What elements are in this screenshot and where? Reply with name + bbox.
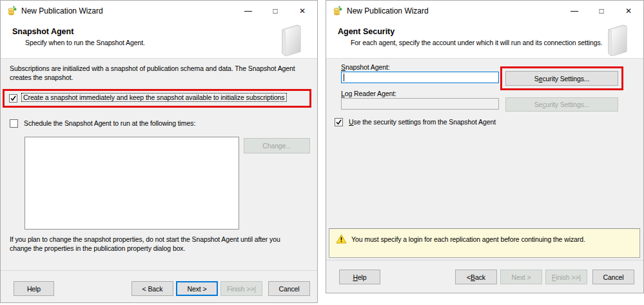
schedule-snapshot-agent-label[interactable]: Schedule the Snapshot Agent to run at th…: [24, 119, 195, 127]
next-button[interactable]: Next >: [500, 270, 542, 284]
title-bar: New Publication Wizard — □ ✕: [326, 1, 643, 21]
snapshot-agent-label: Snapshot Agent:: [341, 63, 390, 71]
log-reader-agent-input: [341, 98, 499, 110]
help-button[interactable]: Help: [339, 270, 380, 284]
use-security-settings-checkbox[interactable]: [335, 118, 343, 126]
schedule-snapshot-agent-checkbox[interactable]: [10, 119, 18, 128]
wizard-book-icon: [605, 24, 630, 57]
warning-panel: You must specify a login for each replic…: [329, 228, 640, 258]
text-caret: [344, 74, 344, 81]
warning-text: You must specify a login for each replic…: [351, 235, 635, 243]
page-subtitle: For each agent, specify the account unde…: [351, 39, 602, 46]
wizard-book-icon: [278, 24, 304, 57]
log-reader-agent-input-wrap: [341, 98, 499, 110]
window-controls: — □ ✕: [561, 1, 642, 21]
finish-button[interactable]: Finish >>|: [545, 270, 587, 284]
create-snapshot-immediately-label[interactable]: Create a snapshot immediately and keep t…: [22, 93, 286, 101]
wizard-header: Snapshot Agent Specify when to run the S…: [1, 21, 317, 59]
schedule-list-box[interactable]: [24, 137, 239, 230]
footer-separator: [326, 260, 643, 261]
security-settings-button[interactable]: Security Settings...: [505, 71, 618, 86]
close-button[interactable]: ✕: [289, 1, 316, 21]
use-security-settings-label[interactable]: Use the security settings from the Snaps…: [349, 118, 496, 126]
title-bar: New Publication Wizard — □ ✕: [1, 1, 317, 21]
window-title: New Publication Wizard: [21, 6, 103, 15]
maximize-button[interactable]: □: [262, 1, 289, 21]
cancel-button[interactable]: Cancel: [268, 281, 310, 296]
agent-security-dialog: New Publication Wizard — □ ✕ Agent Secur…: [326, 0, 644, 293]
window-title: New Publication Wizard: [347, 6, 429, 15]
checkmark-icon: [335, 119, 342, 126]
maximize-button[interactable]: □: [588, 1, 615, 21]
intro-text: Subscriptions are initialized with a sna…: [10, 64, 311, 82]
back-button[interactable]: < Back: [132, 281, 173, 296]
finish-button[interactable]: Finish >>|: [220, 281, 262, 296]
snapshot-properties-note: If you plan to change the snapshot prope…: [10, 235, 303, 253]
footer-separator: [1, 270, 317, 271]
cancel-button[interactable]: Cancel: [592, 270, 634, 284]
minimize-button[interactable]: —: [561, 1, 588, 21]
screenshot-canvas: { "colors": { "accent_blue": "#0078d7", …: [0, 0, 644, 305]
log-reader-agent-label: Log Reader Agent:: [341, 90, 396, 97]
snapshot-agent-input-wrap: [341, 72, 499, 83]
snapshot-agent-dialog: New Publication Wizard — □ ✕ Snapshot Ag…: [0, 0, 318, 303]
change-button[interactable]: Change...: [244, 138, 310, 153]
wizard-header: Agent Security For each agent, specify t…: [326, 21, 643, 59]
warning-icon: [336, 234, 347, 245]
page-title: Agent Security: [338, 27, 395, 36]
snapshot-agent-input[interactable]: [341, 72, 499, 83]
close-button[interactable]: ✕: [615, 1, 642, 21]
back-button[interactable]: < Back: [455, 270, 497, 284]
security-settings-disabled-button[interactable]: Security Settings...: [505, 97, 618, 112]
next-button[interactable]: Next >: [176, 281, 218, 296]
checkmark-icon: [10, 95, 17, 102]
window-controls: — □ ✕: [235, 1, 316, 21]
new-publication-icon: [7, 6, 17, 16]
new-publication-icon: [333, 6, 343, 16]
page-subtitle: Specify when to run the Snapshot Agent.: [25, 39, 145, 46]
page-title: Snapshot Agent: [12, 27, 73, 36]
minimize-button[interactable]: —: [235, 1, 262, 21]
create-snapshot-immediately-checkbox[interactable]: [9, 94, 17, 103]
help-button[interactable]: Help: [14, 281, 54, 296]
